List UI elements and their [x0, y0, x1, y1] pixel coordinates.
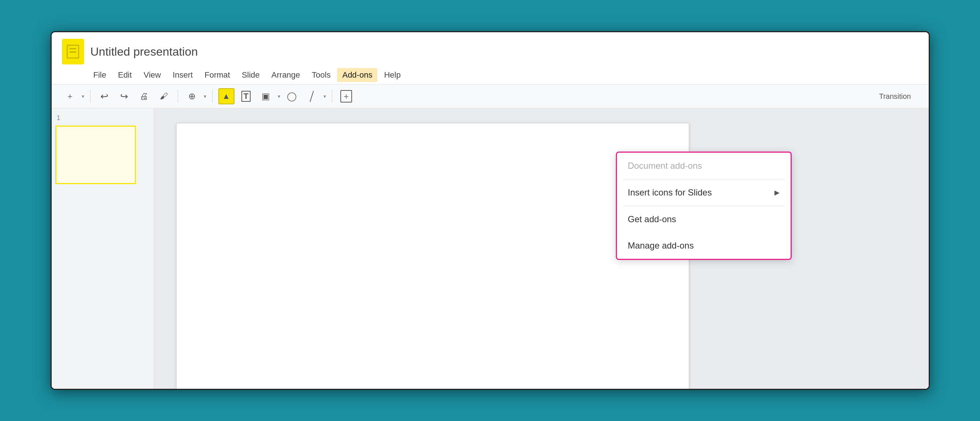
app-window: Untitled presentation File Edit View Ins…	[51, 31, 930, 390]
zoom-dropdown-icon: ▾	[204, 93, 206, 99]
dropdown-item-get-addons[interactable]: Get add-ons	[617, 206, 791, 232]
slide-panel: 1	[52, 108, 154, 389]
canvas-area: Document add-ons Insert icons for Slides…	[154, 108, 929, 389]
addon-insert-icon: ＋	[340, 90, 352, 103]
dropdown-item-manage-addons[interactable]: Manage add-ons	[617, 232, 791, 259]
slide-thumbnail[interactable]	[55, 126, 136, 184]
select-icon: ▲	[223, 92, 231, 101]
menu-item-view[interactable]: View	[138, 68, 166, 82]
redo-button[interactable]: ↪	[116, 88, 132, 104]
text-box-icon: T	[242, 91, 251, 102]
menu-item-file[interactable]: File	[88, 68, 111, 82]
toolbar-divider-4	[332, 90, 332, 103]
main-content: 1 Document add-ons Insert icons for Slid…	[52, 108, 929, 389]
slide-number: 1	[55, 114, 150, 122]
shapes-icon: ◯	[287, 91, 297, 102]
menu-item-edit[interactable]: Edit	[113, 68, 137, 82]
shapes-button[interactable]: ◯	[284, 88, 300, 104]
paint-format-button[interactable]: 🖌	[156, 88, 172, 104]
transition-label[interactable]: Transition	[879, 92, 918, 101]
line-button[interactable]: ╲	[304, 88, 320, 104]
title-bar: Untitled presentation	[52, 32, 929, 64]
image-dropdown-icon: ▾	[278, 93, 280, 99]
toolbar: ＋ ▾ ↩ ↪ 🖨 🖌 ⊕ ▾ ▲ T ▣ ▾	[52, 84, 929, 108]
text-box-button[interactable]: T	[238, 88, 254, 104]
toolbar-divider-2	[178, 90, 178, 103]
dropdown-item-insert-icons[interactable]: Insert icons for Slides ▶	[617, 180, 791, 206]
addon-insert-button[interactable]: ＋	[338, 88, 354, 104]
menu-item-slide[interactable]: Slide	[237, 68, 265, 82]
app-icon	[62, 39, 84, 64]
dropdown-item-document-addons: Document add-ons	[617, 153, 791, 179]
undo-icon: ↩	[100, 91, 108, 102]
add-button[interactable]: ＋	[62, 88, 78, 104]
add-icon: ＋	[66, 91, 74, 102]
toolbar-divider-1	[90, 90, 91, 103]
zoom-icon: ⊕	[188, 91, 196, 102]
menu-item-format[interactable]: Format	[199, 68, 235, 82]
select-button[interactable]: ▲	[218, 88, 234, 104]
zoom-button[interactable]: ⊕	[184, 88, 200, 104]
add-dropdown-icon: ▾	[82, 93, 84, 99]
print-icon: 🖨	[140, 91, 148, 102]
submenu-arrow-icon: ▶	[775, 189, 780, 197]
paint-format-icon: 🖌	[160, 92, 168, 101]
line-dropdown-icon: ▾	[323, 93, 326, 99]
slide-canvas[interactable]	[176, 123, 689, 389]
redo-icon: ↪	[120, 91, 128, 102]
app-icon-graphic	[67, 44, 79, 59]
image-button[interactable]: ▣	[258, 88, 274, 104]
menu-bar: File Edit View Insert Format Slide Arran…	[52, 64, 929, 84]
menu-item-insert[interactable]: Insert	[167, 68, 198, 82]
addons-dropdown-menu: Document add-ons Insert icons for Slides…	[616, 152, 792, 260]
menu-item-tools[interactable]: Tools	[307, 68, 336, 82]
toolbar-divider-3	[212, 90, 213, 103]
line-icon: ╲	[306, 91, 317, 102]
undo-button[interactable]: ↩	[96, 88, 113, 104]
menu-item-help[interactable]: Help	[379, 68, 406, 82]
menu-item-addons[interactable]: Add-ons	[337, 68, 377, 82]
menu-item-arrange[interactable]: Arrange	[266, 68, 305, 82]
print-button[interactable]: 🖨	[136, 88, 152, 104]
image-icon: ▣	[262, 91, 270, 102]
page-title: Untitled presentation	[91, 45, 198, 59]
